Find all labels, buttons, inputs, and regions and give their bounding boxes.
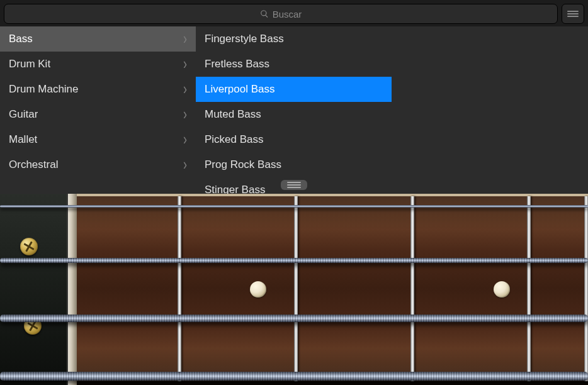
bass-instrument[interactable] (0, 194, 588, 385)
preset-label: Prog Rock Bass (205, 159, 281, 171)
hamburger-icon (567, 11, 579, 17)
fret-marker (178, 196, 181, 381)
category-row-orchestral[interactable]: Orchestral › (0, 152, 196, 177)
chevron-right-icon: › (183, 80, 187, 98)
preset-column: Fingerstyle Bass Fretless Bass Liverpool… (196, 26, 392, 194)
category-label: Drum Machine (9, 83, 79, 96)
tuner-screw-icon (20, 238, 38, 255)
preset-row-picked-bass[interactable]: Picked Bass (196, 127, 392, 152)
preset-row-fingerstyle-bass[interactable]: Fingerstyle Bass (196, 26, 392, 52)
category-label: Drum Kit (9, 58, 50, 70)
category-row-drum-kit[interactable]: Drum Kit › (0, 52, 196, 77)
search-placeholder: Buscar (273, 9, 302, 20)
app-root: Buscar Bass › Drum Kit › Drum Machine › … (0, 0, 588, 385)
browser-drag-handle[interactable] (281, 180, 307, 190)
fret-marker (584, 196, 588, 381)
sound-browser: Bass › Drum Kit › Drum Machine › Guitar … (0, 26, 588, 194)
preset-row-fretless-bass[interactable]: Fretless Bass (196, 52, 392, 77)
preset-label: Liverpool Bass (205, 83, 275, 96)
fret-marker (294, 196, 298, 381)
preset-row-muted-bass[interactable]: Muted Bass (196, 102, 392, 127)
fret-marker (527, 196, 531, 381)
search-input[interactable]: Buscar (4, 4, 558, 24)
bass-fretboard[interactable] (77, 194, 588, 385)
category-column: Bass › Drum Kit › Drum Machine › Guitar … (0, 26, 196, 194)
fret-inlay-icon (494, 281, 510, 298)
preset-row-liverpool-bass[interactable]: Liverpool Bass (196, 77, 392, 102)
preset-label: Fretless Bass (205, 58, 269, 70)
preset-label: Stinger Bass (205, 184, 265, 194)
chevron-right-icon: › (183, 55, 187, 73)
preset-label: Muted Bass (205, 108, 261, 121)
tuner-screw-icon (24, 317, 42, 335)
chevron-right-icon: › (183, 155, 187, 174)
category-label: Mallet (9, 133, 37, 146)
fret-marker (410, 196, 414, 381)
category-row-guitar[interactable]: Guitar › (0, 102, 196, 127)
fret-inlay-icon (250, 281, 266, 298)
category-row-bass[interactable]: Bass › (0, 26, 196, 52)
category-row-drum-machine[interactable]: Drum Machine › (0, 77, 196, 102)
search-icon (260, 9, 269, 18)
chevron-right-icon: › (183, 130, 187, 148)
top-bar: Buscar (0, 0, 588, 28)
chevron-right-icon: › (183, 105, 187, 123)
category-label: Bass (9, 33, 33, 45)
preset-label: Picked Bass (205, 133, 264, 146)
bass-headstock (0, 194, 67, 385)
list-view-toggle[interactable] (562, 4, 584, 24)
category-label: Guitar (9, 108, 38, 121)
chevron-right-icon: › (183, 30, 187, 48)
preset-row-prog-rock-bass[interactable]: Prog Rock Bass (196, 152, 392, 177)
category-row-mallet[interactable]: Mallet › (0, 127, 196, 152)
preset-label: Fingerstyle Bass (205, 33, 284, 45)
category-label: Orchestral (9, 159, 58, 171)
